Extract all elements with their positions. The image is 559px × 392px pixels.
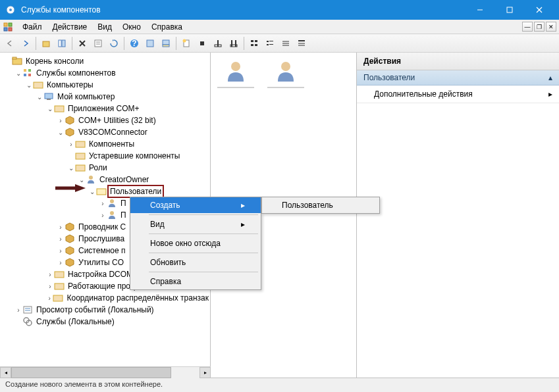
- expander-icon[interactable]: ›: [67, 141, 75, 148]
- package-icon: [65, 257, 75, 268]
- expander-icon[interactable]: ⌄: [25, 82, 33, 89]
- expander-icon[interactable]: ⌄: [67, 164, 75, 172]
- tree-event-viewer[interactable]: ›Просмотр событий (Локальный): [4, 304, 210, 316]
- context-help[interactable]: Справка: [130, 274, 261, 289]
- expander-icon[interactable]: ›: [99, 212, 107, 219]
- scroll-thumb[interactable]: [11, 367, 171, 378]
- stop-button[interactable]: [195, 36, 209, 51]
- folder-icon: [53, 293, 63, 303]
- tree-root[interactable]: Корень консоли: [4, 55, 210, 67]
- tree-coordinator[interactable]: ›Координатор распределённых транзак: [4, 292, 210, 304]
- svg-rect-55: [76, 141, 85, 147]
- expander-icon[interactable]: ›: [46, 283, 54, 290]
- expander-icon[interactable]: ›: [46, 295, 53, 302]
- horizontal-scrollbar[interactable]: ◂ ▸: [0, 366, 211, 378]
- scroll-right-button[interactable]: ▸: [200, 367, 211, 378]
- tree-services[interactable]: Службы (Локальные): [4, 316, 210, 328]
- tree-com-apps[interactable]: ⌄Приложения COM+: [4, 103, 210, 114]
- expander-icon[interactable]: ›: [57, 259, 65, 266]
- properties-button[interactable]: [91, 36, 105, 51]
- expander-icon[interactable]: ›: [57, 247, 65, 255]
- svg-rect-59: [97, 189, 106, 195]
- svg-rect-22: [163, 45, 169, 47]
- list-user-item[interactable]: [267, 59, 304, 88]
- small-icons-button[interactable]: [263, 36, 277, 51]
- minimize-button[interactable]: [465, 0, 494, 20]
- tree-creator-owner[interactable]: ⌄CreatorOwner: [4, 174, 210, 185]
- console-icon: [12, 56, 22, 66]
- menu-view[interactable]: Вид: [92, 21, 117, 33]
- svg-rect-25: [200, 41, 204, 45]
- svg-rect-37: [267, 44, 269, 45]
- expander-icon[interactable]: ⌄: [57, 129, 65, 136]
- collapse-icon[interactable]: ▴: [548, 73, 552, 82]
- context-create[interactable]: Создать ▸: [130, 197, 261, 213]
- context-sub-user[interactable]: Пользователь: [262, 197, 379, 213]
- actions-more-actions[interactable]: Дополнительные действия ▸: [357, 86, 559, 103]
- expander-icon[interactable]: ⌄: [36, 93, 43, 101]
- svg-point-60: [110, 199, 114, 203]
- expander-icon[interactable]: ⌄: [46, 105, 54, 112]
- expander-icon[interactable]: ›: [14, 306, 22, 314]
- scroll-left-button[interactable]: ◂: [0, 367, 11, 378]
- tree-legacy[interactable]: Устаревшие компоненты: [4, 150, 210, 162]
- tree-computers[interactable]: ⌄Компьютеры: [4, 79, 210, 91]
- help-button[interactable]: ?: [127, 36, 142, 51]
- tree-components[interactable]: ›Компоненты: [4, 138, 210, 150]
- svg-rect-47: [24, 69, 26, 72]
- tree-users-highlighted[interactable]: ⌄Пользователи: [4, 185, 210, 197]
- extra-col2-button[interactable]: [226, 36, 241, 51]
- mdi-minimize-button[interactable]: —: [522, 22, 533, 32]
- view-statusbar-button[interactable]: [159, 36, 173, 51]
- tree-com-utils[interactable]: ›COM+ Utilities (32 bit): [4, 114, 210, 126]
- svg-point-58: [89, 176, 93, 180]
- expander-icon[interactable]: ›: [57, 235, 65, 243]
- menu-window[interactable]: Окно: [117, 21, 146, 33]
- package-icon: [65, 115, 75, 126]
- expander-icon[interactable]: ›: [99, 200, 107, 207]
- details-button[interactable]: [294, 36, 309, 51]
- tree-my-computer[interactable]: ⌄Мой компьютер: [4, 91, 210, 103]
- expander-icon[interactable]: ⌄: [14, 70, 22, 77]
- context-view[interactable]: Вид ▸: [130, 216, 261, 232]
- component-services-icon: [3, 22, 13, 32]
- show-hide-tree-button[interactable]: [55, 36, 69, 51]
- tree-roles[interactable]: ⌄Роли: [4, 162, 210, 174]
- svg-rect-34: [255, 44, 257, 46]
- back-button[interactable]: [3, 36, 17, 51]
- svg-text:?: ?: [132, 39, 136, 48]
- menu-file[interactable]: Файл: [17, 21, 47, 33]
- list-button[interactable]: [279, 36, 293, 51]
- new-button[interactable]: [179, 36, 194, 51]
- large-icons-button[interactable]: [247, 36, 261, 51]
- menu-action[interactable]: Действие: [47, 21, 93, 33]
- component-services-icon: [22, 68, 33, 78]
- scroll-track[interactable]: [11, 367, 200, 378]
- actions-section[interactable]: Пользователи ▴: [357, 70, 559, 86]
- list-user-item[interactable]: [217, 59, 254, 88]
- maximize-button[interactable]: [494, 0, 524, 20]
- folder-icon: [54, 269, 65, 280]
- context-new-window[interactable]: Новое окно отсюда: [130, 235, 261, 251]
- expander-icon[interactable]: ⌄: [88, 188, 96, 195]
- expander-icon[interactable]: ›: [57, 117, 65, 124]
- refresh-button[interactable]: [107, 36, 121, 51]
- expander-icon[interactable]: ›: [57, 224, 65, 231]
- services-icon: [22, 316, 33, 327]
- delete-button[interactable]: [75, 36, 90, 51]
- svg-rect-35: [267, 41, 269, 42]
- forward-button[interactable]: [18, 36, 33, 51]
- mdi-restore-button[interactable]: ❐: [534, 22, 545, 32]
- expander-icon[interactable]: ⌄: [78, 176, 86, 184]
- tree-comp-services[interactable]: ⌄Службы компонентов: [4, 67, 210, 79]
- context-refresh[interactable]: Обновить: [130, 255, 261, 270]
- up-button[interactable]: [39, 36, 53, 51]
- menu-help[interactable]: Справка: [146, 21, 188, 33]
- extra-col1-button[interactable]: [211, 36, 225, 51]
- view-toolbar-button[interactable]: [143, 36, 157, 51]
- svg-rect-62: [55, 272, 64, 278]
- tree-v83[interactable]: ⌄V83COMConnector: [4, 126, 210, 138]
- close-button[interactable]: [524, 0, 554, 20]
- expander-icon[interactable]: ›: [46, 271, 54, 278]
- mdi-close-button[interactable]: ✕: [546, 22, 556, 32]
